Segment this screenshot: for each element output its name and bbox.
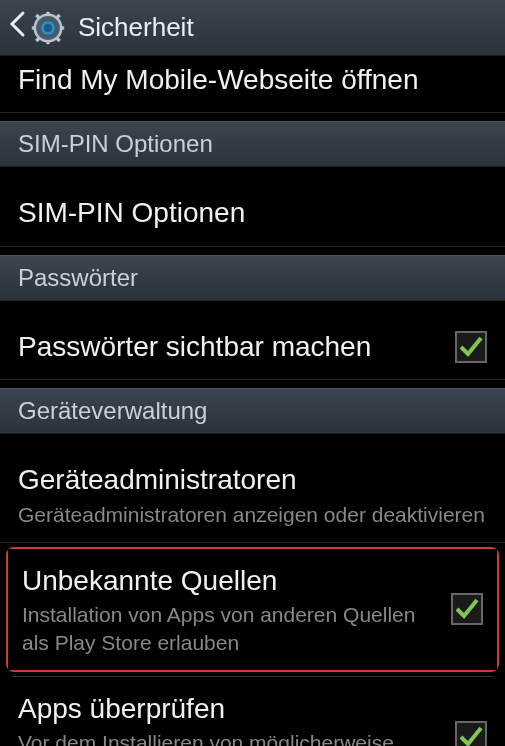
verify-apps-checkbox[interactable] [455,721,487,746]
item-title: Find My Mobile-Webseite öffnen [18,62,487,98]
item-title: Geräteadministratoren [18,462,487,498]
sim-pin-options-item[interactable]: SIM-PIN Optionen [0,181,505,246]
item-subtitle: Installation von Apps von anderen Quelle… [22,601,439,656]
item-title: Unbekannte Quellen [22,563,439,599]
header-bar: Sicherheit [0,0,505,56]
unknown-sources-checkbox[interactable] [451,593,483,625]
item-subtitle: Geräteadministratoren anzeigen oder deak… [18,501,487,528]
device-admins-item[interactable]: Geräteadministratoren Geräteadministrato… [0,448,505,543]
svg-rect-4 [46,11,49,15]
page-title: Sicherheit [78,12,194,43]
verify-apps-item[interactable]: Apps überprüfen Vor dem Installieren von… [0,677,505,746]
find-my-mobile-item[interactable]: Find My Mobile-Webseite öffnen [0,56,505,113]
passwords-visible-item[interactable]: Passwörter sichtbar machen [0,315,505,380]
svg-rect-6 [32,26,36,29]
svg-point-3 [44,23,53,32]
unknown-sources-item[interactable]: Unbekannte Quellen Installation von Apps… [8,549,497,670]
item-title: Apps überprüfen [18,691,443,727]
svg-rect-5 [46,39,49,43]
unknown-sources-highlight: Unbekannte Quellen Installation von Apps… [6,547,499,672]
section-passwords: Passwörter [0,255,505,301]
svg-rect-7 [60,26,64,29]
item-title: Passwörter sichtbar machen [18,329,443,365]
back-button[interactable] [8,10,66,46]
section-title: SIM-PIN Optionen [18,130,487,158]
section-title: Geräteverwaltung [18,397,487,425]
item-title: SIM-PIN Optionen [18,195,487,231]
section-device-mgmt: Geräteverwaltung [0,388,505,434]
gear-icon [30,10,66,46]
section-sim-pin: SIM-PIN Optionen [0,121,505,167]
item-subtitle: Vor dem Installieren von möglicherweise … [18,729,443,746]
section-title: Passwörter [18,264,487,292]
chevron-left-icon [8,10,26,45]
passwords-visible-checkbox[interactable] [455,331,487,363]
